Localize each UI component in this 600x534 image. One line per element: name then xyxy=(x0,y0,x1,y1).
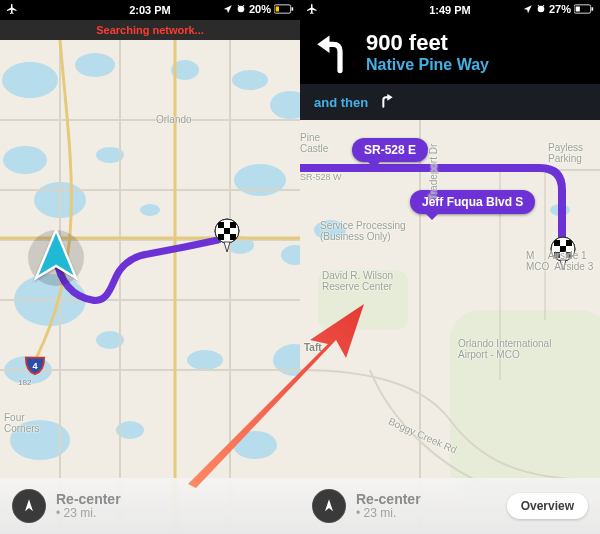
compass-icon xyxy=(321,498,337,514)
svg-rect-50 xyxy=(566,246,572,252)
distance-label: • 23 mi. xyxy=(56,507,121,521)
svg-rect-31 xyxy=(230,228,236,234)
searching-text: Searching network... xyxy=(96,24,204,36)
overview-label: Overview xyxy=(521,499,574,513)
overview-button[interactable]: Overview xyxy=(507,493,588,519)
svg-point-12 xyxy=(140,204,160,216)
location-icon xyxy=(523,4,533,14)
svg-point-13 xyxy=(234,164,286,196)
bottom-bar-left: Re-center • 23 mi. xyxy=(0,478,300,534)
recenter-label: Re-center xyxy=(356,491,421,507)
and-then-bar[interactable]: and then xyxy=(300,84,600,120)
status-bar: 2:03 PM 20% xyxy=(0,0,300,20)
svg-rect-37 xyxy=(592,7,594,10)
svg-rect-41 xyxy=(318,270,408,330)
svg-rect-49 xyxy=(560,246,566,252)
nav-road: Native Pine Way xyxy=(366,56,489,74)
searching-network-banner: Searching network... xyxy=(0,20,300,40)
phone-left: 2:03 PM 20% Searching network... xyxy=(0,0,300,534)
map-left[interactable]: Orlando Four Corners 4 182 xyxy=(0,40,300,534)
recenter-label: Re-center xyxy=(56,491,121,507)
location-icon xyxy=(223,4,233,14)
svg-rect-27 xyxy=(224,222,230,228)
svg-rect-46 xyxy=(560,240,566,246)
status-time: 1:49 PM xyxy=(429,4,471,16)
current-location-marker xyxy=(28,230,84,286)
alarm-icon xyxy=(536,4,546,14)
svg-point-19 xyxy=(187,350,223,370)
svg-rect-45 xyxy=(554,240,560,246)
turn-right-icon xyxy=(378,92,394,112)
svg-rect-2 xyxy=(276,7,279,12)
turn-left-icon xyxy=(312,32,354,74)
recenter-button[interactable] xyxy=(312,489,346,523)
phone-right: 1:49 PM 27% 900 feet Native Pine Way and… xyxy=(300,0,600,534)
airplane-mode-icon xyxy=(6,3,18,15)
compass-icon xyxy=(21,498,37,514)
destination-flag-icon xyxy=(548,236,578,272)
battery-icon xyxy=(574,4,594,14)
svg-rect-1 xyxy=(292,7,294,10)
recenter-button[interactable] xyxy=(12,489,46,523)
nav-banner[interactable]: 900 feet Native Pine Way xyxy=(300,20,600,84)
svg-point-23 xyxy=(233,431,277,459)
svg-rect-32 xyxy=(218,234,224,240)
svg-point-9 xyxy=(3,146,47,174)
nav-distance: 900 feet xyxy=(366,30,489,56)
svg-rect-48 xyxy=(554,246,560,252)
battery-icon xyxy=(274,4,294,14)
svg-rect-30 xyxy=(224,228,230,234)
svg-point-5 xyxy=(75,53,115,77)
svg-rect-51 xyxy=(554,252,560,258)
svg-rect-53 xyxy=(566,252,572,258)
svg-point-4 xyxy=(2,62,58,98)
svg-rect-47 xyxy=(566,240,572,246)
status-bar: 1:49 PM 27% xyxy=(300,0,600,20)
airplane-mode-icon xyxy=(306,3,318,15)
svg-rect-52 xyxy=(560,252,566,258)
route-pill-jff: Jeff Fuqua Blvd S xyxy=(410,190,535,214)
bottom-bar-right: Re-center • 23 mi. Overview xyxy=(300,478,600,534)
status-battery-pct: 20% xyxy=(249,3,271,15)
alarm-icon xyxy=(236,4,246,14)
svg-rect-33 xyxy=(224,234,230,240)
svg-rect-29 xyxy=(218,228,224,234)
status-battery-pct: 27% xyxy=(549,3,571,15)
interstate-shield-icon: 4 xyxy=(24,354,46,376)
svg-rect-26 xyxy=(218,222,224,228)
svg-rect-28 xyxy=(230,222,236,228)
distance-label: • 23 mi. xyxy=(356,507,421,521)
map-right[interactable]: SR-528 E Jeff Fuqua Blvd S Pine Castle S xyxy=(300,120,600,534)
status-time: 2:03 PM xyxy=(129,4,171,16)
svg-point-42 xyxy=(314,220,346,240)
svg-rect-34 xyxy=(230,234,236,240)
svg-point-7 xyxy=(232,70,268,90)
destination-flag-icon xyxy=(212,218,242,254)
route-pill-sr528: SR-528 E xyxy=(352,138,428,162)
svg-rect-38 xyxy=(576,7,580,12)
and-then-label: and then xyxy=(314,95,368,110)
